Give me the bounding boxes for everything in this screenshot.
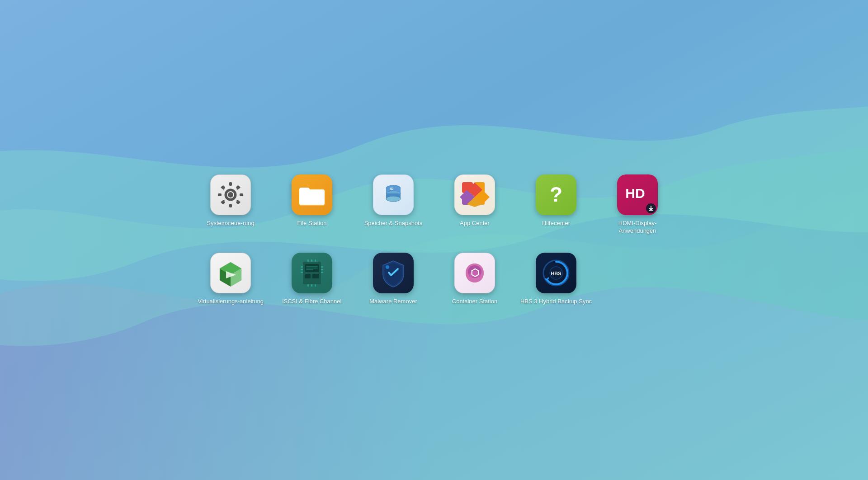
svg-rect-5 — [240, 193, 243, 196]
app-label-container: Container Station — [452, 298, 497, 306]
app-icon-filestation — [292, 174, 332, 215]
app-iscsi[interactable]: iSCSI & Fibre Channel — [276, 253, 348, 306]
svg-rect-42 — [321, 272, 323, 273]
svg-rect-2 — [229, 182, 232, 186]
svg-rect-47 — [311, 284, 312, 287]
app-appcenter[interactable]: App Center — [439, 174, 511, 235]
app-filestation[interactable]: File Station — [276, 174, 348, 235]
app-malware[interactable]: Malware Remover — [357, 253, 429, 306]
svg-rect-40 — [321, 266, 323, 268]
svg-rect-44 — [311, 259, 312, 262]
svg-rect-46 — [307, 284, 309, 287]
app-container[interactable]: ⬡ Container Station — [439, 253, 511, 306]
app-icon-hbs: HBS — [536, 253, 576, 293]
app-icon-malware — [373, 253, 414, 293]
svg-text:IO: IO — [390, 187, 393, 191]
app-hilfecenter[interactable]: ? Hilfecenter — [520, 174, 592, 235]
svg-rect-41 — [321, 269, 323, 270]
app-label-systemsteuerung: Systemsteue-rung — [207, 220, 255, 227]
app-label-hdmi: HDMI-Display-Anwendungen — [601, 220, 674, 235]
app-icon-appcenter — [454, 174, 495, 215]
app-systemsteuerung[interactable]: Systemsteue-rung — [194, 174, 267, 235]
svg-rect-38 — [301, 269, 303, 270]
svg-rect-39 — [301, 272, 303, 273]
app-label-hilfecenter: Hilfecenter — [542, 220, 570, 227]
app-grid: Systemsteue-rung File Station — [185, 165, 683, 315]
app-speicher[interactable]: IO Speicher & Snapshots — [357, 174, 429, 235]
svg-rect-51 — [306, 269, 313, 270]
svg-rect-4 — [218, 193, 222, 196]
svg-rect-3 — [229, 204, 232, 207]
app-icon-systemsteuerung — [210, 174, 251, 215]
app-icon-virtualisierung — [210, 253, 251, 293]
app-label-speicher: Speicher & Snapshots — [364, 220, 423, 227]
app-label-virtualisierung: Virtualisierungs-anleitung — [198, 298, 264, 306]
app-hbs[interactable]: HBS HBS 3 Hybrid Backup Sync — [520, 253, 592, 306]
svg-rect-45 — [315, 259, 316, 262]
svg-rect-50 — [306, 268, 318, 268]
app-icon-container: ⬡ — [454, 253, 495, 293]
app-hdmi[interactable]: HD HDMI-Display-Anwendungen — [601, 174, 674, 235]
svg-text:HD: HD — [625, 186, 645, 201]
svg-point-18 — [386, 196, 401, 202]
svg-rect-37 — [301, 266, 303, 268]
svg-text:?: ? — [550, 183, 562, 206]
app-icon-hilfecenter: ? — [536, 174, 576, 215]
app-icon-hdmi: HD — [617, 174, 658, 215]
app-label-malware: Malware Remover — [369, 298, 417, 306]
svg-rect-43 — [307, 259, 309, 262]
app-icon-speicher: IO — [373, 174, 414, 215]
app-icon-iscsi — [292, 253, 332, 293]
app-label-iscsi: iSCSI & Fibre Channel — [283, 298, 342, 306]
app-label-appcenter: App Center — [460, 220, 490, 227]
svg-point-52 — [386, 265, 389, 269]
app-virtualisierung[interactable]: Virtualisierungs-anleitung — [194, 253, 267, 306]
svg-text:HBS: HBS — [551, 271, 561, 276]
svg-text:⬡: ⬡ — [471, 267, 479, 278]
svg-rect-35 — [305, 274, 311, 278]
svg-point-11 — [228, 192, 233, 198]
svg-rect-49 — [306, 266, 318, 267]
app-label-filestation: File Station — [297, 220, 326, 227]
app-label-hbs: HBS 3 Hybrid Backup Sync — [520, 298, 592, 306]
svg-rect-36 — [312, 274, 319, 278]
svg-rect-48 — [315, 284, 316, 287]
